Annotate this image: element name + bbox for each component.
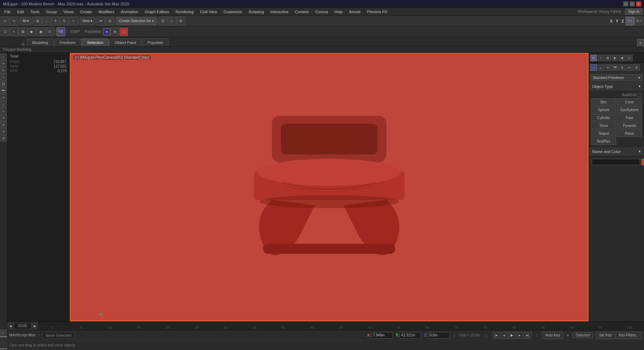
menu-arnold[interactable]: Arnold [346,9,364,15]
tb2-display-button[interactable]: ◉ [36,28,45,36]
textplus-button[interactable]: TextPlus [591,138,616,145]
tab-object-paint[interactable]: Object Paint [109,39,142,46]
select-filter-dropdown[interactable]: All ▾ [21,17,31,25]
viewport[interactable]: [+] [MrEgypt-PhysCamera001] [Standard] [… [70,53,589,321]
cylinder-button[interactable]: Cylinder [591,114,616,121]
menu-create[interactable]: Create [77,9,95,15]
tb2-active-btn[interactable]: ● [103,28,110,35]
move-button[interactable]: ✛ [51,17,60,25]
lt-systems-btn[interactable]: ⚙ [0,135,7,142]
plane-button[interactable]: Plane [617,130,642,137]
pyramid-button[interactable]: Pyramid [617,122,642,129]
menu-scripting[interactable]: Scripting [246,9,267,15]
tb2-create-button[interactable]: ☐ [1,28,9,36]
tab-selection[interactable]: Selection [82,39,108,46]
lt-link-btn[interactable]: ⛓ [0,81,7,87]
menu-graph-editors[interactable]: Graph Editors [142,9,172,15]
minimize-button[interactable]: — [623,1,628,6]
rp-helper-icon[interactable]: ⊕ [619,64,625,71]
tab-modeling[interactable]: Modeling [27,39,54,46]
axis-xz-button[interactable]: X↗ [635,17,643,25]
sphere-button[interactable]: Sphere [591,106,616,113]
lt-play-btn[interactable]: ▷ [0,330,7,336]
menu-modifiers[interactable]: Modifiers [96,9,117,15]
tb2-utilities-button[interactable]: ⛭ [45,28,54,36]
set-key-button[interactable]: Set Key [596,332,615,339]
menu-help[interactable]: Help [332,9,346,15]
create-selection-button[interactable]: Create Selection Se ▾ [117,17,156,25]
tube-button[interactable]: Tube [617,114,642,121]
lt-select-btn[interactable]: ⊹ [0,54,7,60]
layers-button[interactable]: ☰ [159,17,167,25]
anim-play[interactable]: ▶ [508,332,516,339]
tb2-icon-btn3[interactable]: ⬡ [119,28,128,36]
rp-create-icon[interactable]: ⊞ [590,55,597,61]
select-obj-button[interactable]: ⊞ [33,17,42,25]
tb2-hierarchy-button[interactable]: ⊠ [19,28,27,36]
auto-key-button[interactable]: Auto Key [542,332,563,339]
rp-utilities-icon[interactable]: ⛭ [626,55,633,61]
anim-go-start[interactable]: |◂ [493,332,500,339]
lt-light-btn[interactable]: ☀ [0,94,7,101]
lt-rotate-btn[interactable]: ↻ [0,67,7,74]
anim-go-end[interactable]: ▸| [524,332,531,339]
menu-content[interactable]: Content [292,9,312,15]
primitives-dropdown[interactable]: Standard Primitives ▾ [590,74,643,81]
maximize-button[interactable]: □ [630,1,635,6]
menu-phoenix[interactable]: Phoenix FD [364,9,390,15]
lt-scale-btn[interactable]: ⤡ [0,74,7,80]
lt-helpers-btn[interactable]: ⊕ [0,122,7,128]
undo-button[interactable]: ↩ [1,17,9,25]
scale-button[interactable]: ⤡ [69,17,78,25]
rp-shape-icon[interactable]: △ [597,64,604,71]
axis-xy-button[interactable]: XY [626,17,634,25]
rp-light-icon[interactable]: ☀ [605,64,611,71]
torus-button[interactable]: Torus [591,122,616,129]
menu-group[interactable]: Group [43,9,60,15]
render-setup-button[interactable]: ⚙ [177,17,185,25]
menu-animation[interactable]: Animation [118,9,141,15]
menu-file[interactable]: File [1,9,14,15]
lt-camera-btn[interactable]: 📷 [0,88,7,94]
rp-space-icon[interactable]: ≋ [626,64,633,71]
tb2-rb-button[interactable]: RB [57,28,65,36]
rp-display-icon[interactable]: ◉ [619,55,625,61]
object-name-input[interactable] [592,159,640,165]
autogrid-checkbox[interactable] [638,93,641,97]
rp-hierarchy-icon[interactable]: ⊠ [605,55,611,61]
menu-customize[interactable]: Customize [221,9,245,15]
menu-civil-view[interactable]: Civil View [197,9,220,15]
box-button[interactable]: Box [591,98,616,105]
tb2-modify-button[interactable]: ⌁ [10,28,18,36]
select-region-button[interactable]: ⬚ [42,17,51,25]
align-button[interactable]: ⊟ [106,17,114,25]
key-filters-button[interactable]: Key Filters... [615,332,642,339]
timeline-track[interactable]: 0 5 10 15 20 25 30 35 40 45 50 55 60 65 [38,322,644,330]
menu-rendering[interactable]: Rendering [173,9,197,15]
rp-system-icon[interactable]: ⚙ [633,64,640,71]
lt-splines-btn[interactable]: ∿ [0,108,7,114]
teapot-button[interactable]: Teapot [591,130,616,137]
object-type-header[interactable]: Object Type ▾ [590,83,643,90]
cone-button[interactable]: Cone [617,98,642,105]
menu-views[interactable]: Views [60,9,77,15]
close-button[interactable]: ✕ [636,1,641,6]
render-button[interactable]: ▷ [168,17,176,25]
menu-corona[interactable]: Corona [312,9,331,15]
rp-modify-icon[interactable]: ⌁ [597,55,604,61]
view-dropdown[interactable]: View ▾ [80,17,94,25]
color-swatch[interactable] [641,159,644,165]
mirror-button[interactable]: ⇌ [97,17,105,25]
sign-in-button[interactable]: Sign In [625,9,643,15]
menu-edit[interactable]: Edit [14,9,27,15]
lt-move-btn[interactable]: ✛ [0,60,7,67]
anim-prev-frame[interactable]: ◂ [501,332,508,339]
tab-freeform[interactable]: Freeform [54,39,81,46]
anim-next-frame[interactable]: ▸ [516,332,523,339]
menu-tools[interactable]: Tools [28,9,43,15]
tb2-icon-btn2[interactable]: ⊕ [111,28,119,36]
name-color-header[interactable]: Name and Color ▾ [590,148,643,155]
timeline-next-button[interactable]: ▸ [31,322,38,330]
rp-camera-icon[interactable]: 📷 [612,64,618,71]
lt-spacewarps-btn[interactable]: ≋ [0,128,7,135]
